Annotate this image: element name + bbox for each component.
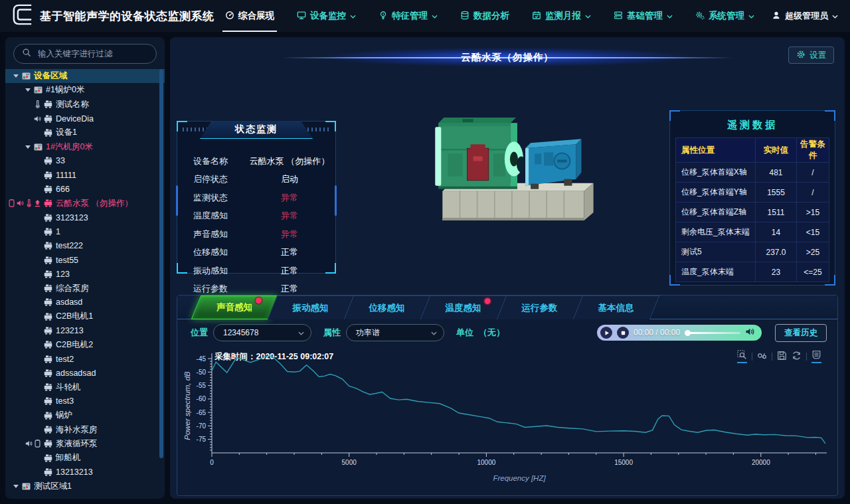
- tree-item-label: 1#汽机房0米: [46, 141, 93, 153]
- expand-arrow-icon[interactable]: [13, 485, 19, 488]
- sidebar-scrollbar[interactable]: [159, 69, 163, 458]
- tree-item[interactable]: 锅炉: [5, 408, 165, 422]
- svg-text:5000: 5000: [342, 459, 357, 466]
- status-value: 启动: [244, 173, 335, 185]
- nav-item-3[interactable]: 数据分析: [460, 0, 509, 32]
- telemetry-row: 位移_泵体首端X轴481/: [676, 163, 829, 183]
- position-select[interactable]: 12345678: [213, 324, 311, 341]
- device-banner: 云酷水泵（勿操作）: [328, 48, 687, 66]
- tree-item[interactable]: 海补水泵房: [5, 422, 165, 436]
- tree-item[interactable]: 综合泵房: [5, 281, 165, 295]
- tree-item[interactable]: 斗轮机: [5, 380, 165, 394]
- nav-item-1[interactable]: 设备监控: [297, 0, 356, 32]
- tree-item[interactable]: 浆液循环泵: [5, 437, 165, 451]
- tree-item-label: test55: [56, 256, 78, 265]
- play-icon: [604, 330, 610, 336]
- tree-item[interactable]: 云酷水泵 （勿操作）: [5, 197, 165, 210]
- sensor-tab-4[interactable]: 运行参数: [497, 295, 584, 319]
- attribute-select[interactable]: 功率谱: [346, 324, 444, 341]
- tree-item[interactable]: 3123123: [5, 210, 165, 224]
- nav-item-0[interactable]: 综合展现: [225, 0, 274, 32]
- view-history-button[interactable]: 查看历史: [775, 324, 827, 342]
- tree-item[interactable]: test2: [5, 352, 165, 366]
- sensor-tab-0[interactable]: 声音感知: [191, 295, 278, 319]
- telemetry-condition: >15: [797, 203, 829, 222]
- tree-item-label: 设备1: [56, 127, 77, 138]
- tree-item[interactable]: 123: [5, 267, 165, 281]
- pump-3d-model[interactable]: [404, 92, 638, 236]
- power-spectrum-chart[interactable]: -45-50-55-60-65-70-750500010000150002000…: [181, 347, 835, 494]
- volume-icon[interactable]: [745, 327, 755, 338]
- tree-item[interactable]: 测试名称: [5, 98, 165, 112]
- tree-item-label: test2: [56, 355, 74, 364]
- tree-item-label: 锅炉: [56, 410, 72, 421]
- device-icon: [44, 454, 52, 462]
- tree-item[interactable]: 11111: [5, 168, 165, 182]
- tree-item-label: 斗轮机: [56, 382, 81, 393]
- tree-item[interactable]: test55: [5, 253, 165, 267]
- tree-item[interactable]: asdasd: [5, 295, 165, 309]
- nav-item-6[interactable]: 系统管理: [695, 0, 754, 32]
- tree-item-label: 海补水泵房: [56, 424, 98, 436]
- tree-item-label: 666: [56, 185, 70, 194]
- tree-item[interactable]: 123213: [5, 323, 165, 337]
- audio-progress-slider[interactable]: [685, 330, 740, 336]
- tree-item-label: 123: [56, 270, 70, 279]
- server-icon: [614, 11, 623, 22]
- tree-item[interactable]: 设备1: [5, 126, 165, 139]
- tree-item-label: 1: [56, 227, 60, 236]
- tree-item[interactable]: test3: [5, 394, 165, 408]
- tree-item[interactable]: 卸船机: [5, 451, 165, 465]
- status-panel: 状态监测 设备名称云酷水泵 （勿操作）启停状态启动监测状态异常温度感知异常声音感…: [177, 121, 336, 274]
- tree-item[interactable]: 1: [5, 224, 165, 238]
- tree-item[interactable]: 33: [5, 154, 165, 168]
- status-row: 振动感知正常: [177, 262, 335, 280]
- app-logo-icon: [12, 3, 33, 29]
- chevron-down-icon: [585, 15, 591, 19]
- nav-item-5[interactable]: 基础管理: [614, 0, 673, 32]
- vibration-icon: [34, 199, 41, 207]
- svg-text:-65: -65: [197, 409, 207, 416]
- nav-item-4[interactable]: 监测月报: [532, 0, 591, 32]
- tree-item[interactable]: adssadsad: [5, 366, 165, 380]
- device-icon: [44, 129, 52, 137]
- chevron-down-icon: [748, 15, 754, 19]
- status-value: 云酷水泵 （勿操作）: [244, 155, 335, 167]
- search-input[interactable]: [37, 48, 148, 59]
- tree-item[interactable]: #1锅炉0米: [5, 83, 165, 97]
- tree-item[interactable]: test222: [5, 239, 165, 253]
- tree-item[interactable]: C2B电机2: [5, 338, 165, 352]
- nav-item-2[interactable]: 特征管理: [379, 0, 438, 32]
- tree-item[interactable]: 13213213: [5, 465, 165, 479]
- sensor-tab-5[interactable]: 基本信息: [573, 295, 660, 319]
- stop-button[interactable]: [617, 327, 629, 339]
- device-icon: [44, 199, 52, 207]
- device-icon: [44, 157, 52, 165]
- expand-arrow-icon[interactable]: [25, 145, 31, 149]
- attribute-label: 属性: [323, 327, 341, 339]
- device-icon: [44, 115, 52, 123]
- expand-arrow-icon[interactable]: [25, 88, 31, 92]
- tree-item[interactable]: C2B电机1: [5, 309, 165, 323]
- top-header: 基于智能声学的设备状态监测系统 综合展现设备监控特征管理数据分析监测月报基础管理…: [0, 0, 850, 32]
- user-menu[interactable]: 超级管理员: [772, 10, 838, 22]
- sensor-tab-2[interactable]: 位移感知: [344, 295, 431, 319]
- telemetry-attr: 位移_泵体首端X轴: [676, 163, 756, 183]
- chevron-down-icon: [298, 331, 304, 335]
- status-row: 监测状态异常: [177, 189, 335, 207]
- settings-button[interactable]: 设置: [788, 46, 834, 64]
- audio-player: 00:00 / 00:00: [597, 325, 762, 341]
- tree-item[interactable]: DeviceDia: [5, 112, 165, 126]
- sensor-tab-1[interactable]: 振动感知: [268, 295, 355, 319]
- play-button[interactable]: [600, 327, 612, 339]
- expand-arrow-icon[interactable]: [13, 74, 19, 78]
- tree-item[interactable]: 1#汽机房0米: [5, 139, 165, 153]
- main-nav: 综合展现设备监控特征管理数据分析监测月报基础管理系统管理: [225, 0, 754, 32]
- tree-item[interactable]: 666: [5, 182, 165, 196]
- thermometer-icon: [34, 100, 41, 108]
- telemetry-attr: 测试5: [676, 242, 756, 262]
- sensor-tab-3[interactable]: 温度感知: [420, 295, 507, 319]
- tree-item[interactable]: 测试区域1: [5, 479, 165, 493]
- telemetry-attr: 位移_泵体首端Z轴: [676, 203, 756, 222]
- tree-item[interactable]: 设备区域: [5, 69, 165, 83]
